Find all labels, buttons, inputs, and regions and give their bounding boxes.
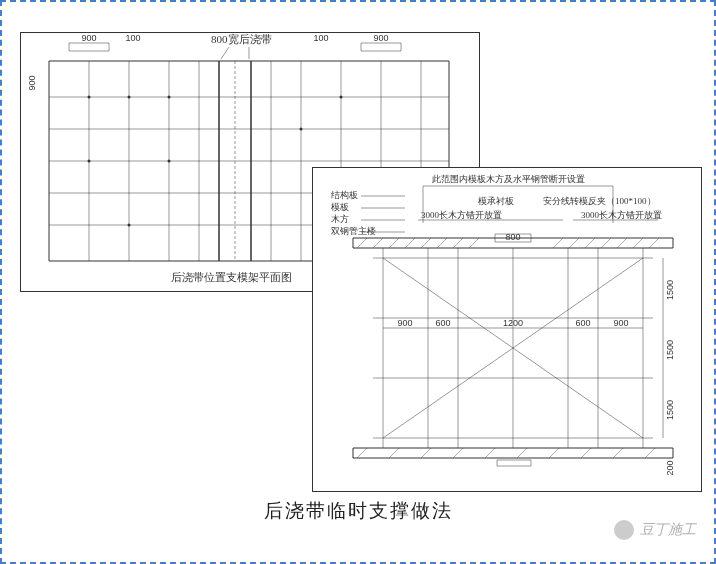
svg-rect-24 — [361, 43, 401, 51]
strip-label: 800宽后浇带 — [211, 33, 272, 45]
dim-100b: 100 — [313, 33, 328, 43]
bottom-dims: 900 600 1200 600 900 — [383, 318, 643, 328]
rd-s: 200 — [665, 460, 675, 475]
svg-line-42 — [453, 238, 463, 248]
legend: 结构板 模板 木方 双钢管主楼 — [331, 190, 405, 236]
rd-0: 1500 — [665, 280, 675, 300]
svg-line-39 — [405, 238, 415, 248]
plan-caption: 后浇带位置支模架平面图 — [171, 271, 292, 283]
svg-line-25 — [221, 47, 229, 59]
dim-900a: 900 — [81, 33, 96, 43]
bd-2: 1200 — [503, 318, 523, 328]
svg-line-41 — [437, 238, 447, 248]
svg-line-38 — [389, 238, 399, 248]
bottom-slab — [353, 448, 673, 458]
top-note: 此范围内模板木方及水平钢管断开设置 — [432, 174, 585, 184]
watermark-logo-icon — [614, 520, 634, 540]
svg-point-14 — [88, 96, 91, 99]
co-3: 3000长木方错开放置 — [421, 210, 502, 220]
svg-point-18 — [168, 160, 171, 163]
dim-100a: 100 — [125, 33, 140, 43]
svg-point-15 — [128, 96, 131, 99]
rd-2: 1500 — [665, 400, 675, 420]
elev-svg: 此范围内模板木方及水平钢管断开设置 模承衬板 安分线转模反夹（100*100） … — [313, 168, 703, 493]
plan-top-dims: 900 100 100 900 800宽后浇带 — [69, 33, 401, 59]
co-4: 3000长木方错开放置 — [581, 210, 662, 220]
watermark-text: 豆丁施工 — [640, 521, 696, 539]
svg-line-56 — [485, 448, 495, 458]
gap-dim: 800 — [505, 232, 520, 242]
svg-line-59 — [581, 448, 591, 458]
svg-line-58 — [549, 448, 559, 458]
svg-line-60 — [613, 448, 623, 458]
svg-line-50 — [649, 238, 659, 248]
slab: 800 — [353, 232, 673, 248]
svg-point-21 — [128, 224, 131, 227]
svg-line-44 — [553, 238, 563, 248]
right-dims: 1500 1500 1500 200 — [663, 258, 675, 476]
page-title: 后浇带临时支撑做法 — [264, 498, 453, 524]
bd-3: 600 — [575, 318, 590, 328]
bd-4: 900 — [613, 318, 628, 328]
svg-line-36 — [357, 238, 367, 248]
svg-line-53 — [389, 448, 399, 458]
svg-line-52 — [357, 448, 367, 458]
svg-line-55 — [453, 448, 463, 458]
svg-line-37 — [373, 238, 383, 248]
bottom-hatch — [357, 448, 655, 458]
watermark: 豆丁施工 — [614, 520, 696, 540]
svg-line-43 — [469, 238, 479, 248]
scaffold — [373, 248, 653, 448]
svg-point-22 — [340, 96, 343, 99]
bd-1: 600 — [435, 318, 450, 328]
bd-0: 900 — [397, 318, 412, 328]
svg-line-46 — [585, 238, 595, 248]
legend-1: 模板 — [331, 202, 349, 212]
svg-point-16 — [168, 96, 171, 99]
legend-0: 结构板 — [331, 190, 358, 200]
elevation-view: 此范围内模板木方及水平钢管断开设置 模承衬板 安分线转模反夹（100*100） … — [312, 167, 702, 492]
svg-line-48 — [617, 238, 627, 248]
dim-left: 900 — [27, 75, 37, 90]
svg-line-57 — [517, 448, 527, 458]
svg-line-47 — [601, 238, 611, 248]
svg-line-61 — [645, 448, 655, 458]
svg-point-17 — [88, 160, 91, 163]
bottom-gap — [497, 460, 531, 466]
legend-2: 木方 — [331, 214, 349, 224]
svg-line-40 — [421, 238, 431, 248]
svg-line-54 — [421, 448, 431, 458]
co-2: 安分线转模反夹（100*100） — [543, 196, 656, 206]
dim-900b: 900 — [373, 33, 388, 43]
legend-3: 双钢管主楼 — [331, 226, 376, 236]
co-1: 模承衬板 — [478, 196, 514, 206]
svg-line-49 — [633, 238, 643, 248]
svg-rect-23 — [69, 43, 109, 51]
rd-1: 1500 — [665, 340, 675, 360]
svg-line-45 — [569, 238, 579, 248]
svg-point-19 — [300, 128, 303, 131]
